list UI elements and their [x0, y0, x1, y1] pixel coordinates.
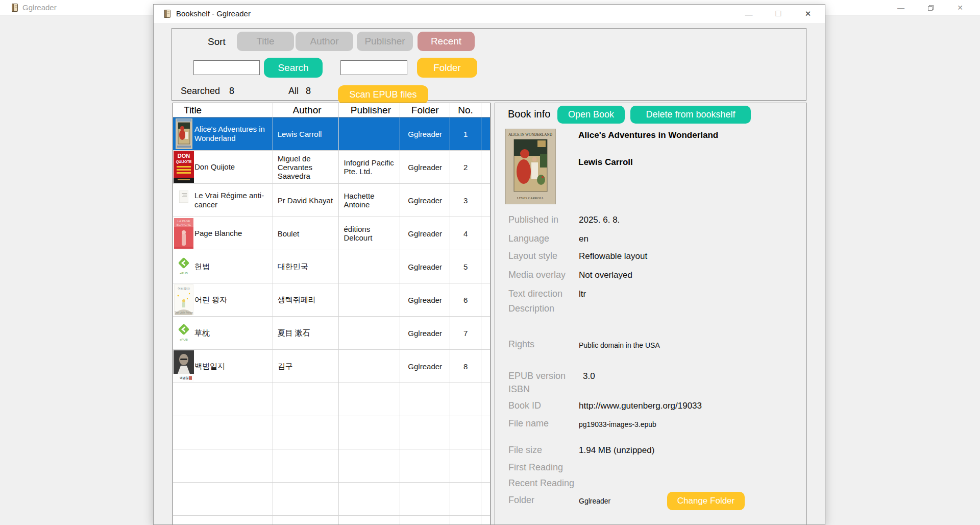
field-language: Languageen [508, 233, 794, 245]
cell-author: Pr David Khayat [273, 184, 339, 217]
dialog-title: Bookshelf - Gglreader [176, 9, 251, 18]
field-file-size: File size1.94 MB (unzipped) [508, 445, 794, 456]
table-row-empty[interactable] [173, 416, 490, 449]
cell-author: 대한민국 [273, 250, 339, 283]
field-file-name: File namepg19033-images-3.epub [508, 418, 794, 429]
cell-publisher: Infogrid Pacific Pte. Ltd. [339, 151, 400, 183]
cell-folder: Gglreader [400, 317, 450, 349]
table-row-empty[interactable] [173, 516, 490, 525]
dialog-minimize-icon[interactable]: — [734, 5, 764, 23]
change-folder-button[interactable]: Change Folder [667, 492, 745, 510]
cell-folder: Gglreader [400, 283, 450, 316]
dialog-titlebar[interactable]: Bookshelf - Gglreader — ☐ ✕ [154, 5, 825, 23]
search-button[interactable]: Search [264, 58, 323, 78]
cell-folder: Gglreader [400, 350, 450, 383]
cover-thumbnail-le-vrai-regime [173, 184, 194, 217]
sort-recent-button[interactable]: Recent [418, 32, 475, 51]
table-row[interactable]: 어린왕자The Little Prince 어린 왕자 생텍쥐페리 Gglrea… [173, 283, 490, 317]
svg-text:ePUB: ePUB [180, 338, 188, 341]
cell-no: 3 [450, 184, 481, 217]
book-info-header: Book info [508, 108, 550, 120]
field-layout-style: Layout styleReflowable layout [508, 251, 794, 262]
dialog-maximize-icon[interactable]: ☐ [764, 5, 793, 23]
book-cover-image: ALICE IN WONDERLAND LEWIS CARROLL [505, 129, 556, 204]
table-row[interactable]: 백범일지 백범일지 김구 Gglreader 8 [173, 350, 490, 383]
cell-spacer [481, 151, 490, 183]
searched-label: Searched [181, 86, 220, 97]
cell-title: 草枕 [194, 328, 212, 338]
search-input[interactable] [193, 60, 260, 75]
cell-author: Miguel de Cervantes Saavedra [273, 151, 339, 183]
column-header-no[interactable]: No. [450, 103, 481, 117]
cell-author: 생텍쥐페리 [273, 283, 339, 316]
table-row[interactable]: LA PAGEBLANCHE Page Blanche Boulet éditi… [173, 217, 490, 250]
book-info-author: Lewis Carroll [578, 157, 633, 168]
column-header-publisher[interactable]: Publisher [339, 103, 400, 117]
cell-publisher: Hachette Antoine [339, 184, 400, 217]
cell-author: Boulet [273, 217, 339, 250]
column-header-spacer [481, 103, 490, 117]
column-header-author[interactable]: Author [273, 103, 339, 117]
cell-folder: Gglreader [400, 250, 450, 283]
table-row-empty[interactable] [173, 483, 490, 516]
cell-author: Lewis Carroll [273, 117, 339, 150]
cover-thumbnail-page-blanche: LA PAGEBLANCHE [173, 217, 194, 250]
table-header: Title Author Publisher Folder No. [173, 103, 490, 117]
field-rights: RightsPublic domain in the USA [508, 339, 794, 350]
all-label: All [288, 86, 299, 97]
cell-title: Page Blanche [194, 229, 244, 238]
dialog-close-icon[interactable]: ✕ [793, 5, 823, 23]
cell-folder: Gglreader [400, 184, 450, 217]
cell-title: 어린 왕자 [194, 295, 229, 304]
cell-spacer [481, 350, 490, 383]
bg-minimize-icon[interactable]: — [886, 0, 916, 15]
svg-text:The Little Prince: The Little Prince [175, 311, 193, 314]
sort-label: Sort [208, 36, 226, 47]
cell-title: Alice's Adventures in Wonderland [194, 125, 273, 143]
table-row[interactable]: Le Vrai Régime anti-cancer Pr David Khay… [173, 184, 490, 217]
cell-spacer [481, 250, 490, 283]
cell-publisher [339, 283, 400, 316]
open-book-button[interactable]: Open Book [557, 106, 625, 124]
table-row[interactable]: ePUB 헌법 대한민국 Gglreader 5 [173, 250, 490, 283]
cover-thumbnail-alice [173, 117, 194, 150]
field-isbn: ISBN [508, 384, 794, 395]
background-window-title: Gglreader [22, 3, 57, 12]
folder-button[interactable]: Folder [417, 58, 477, 78]
svg-text:DON: DON [178, 153, 190, 159]
cell-spacer [481, 217, 490, 250]
sort-title-button[interactable]: Title [237, 32, 294, 51]
delete-from-bookshelf-button[interactable]: Delete from bookshelf [630, 106, 751, 124]
searched-count: 8 [229, 86, 234, 97]
bg-restore-icon[interactable] [916, 0, 945, 15]
app-book-icon [10, 3, 19, 12]
cell-title: Don Quijote [194, 162, 237, 172]
sort-author-button[interactable]: Author [296, 32, 353, 51]
controls-panel: Sort Title Author Publisher Recent Searc… [172, 28, 806, 101]
column-header-folder[interactable]: Folder [400, 103, 450, 117]
cover-thumbnail-don-quijote: DONQUIJOTE [173, 151, 194, 183]
svg-text:BLANCHE: BLANCHE [177, 223, 191, 226]
svg-text:LA PAGE: LA PAGE [178, 220, 190, 223]
folder-filter-input[interactable] [340, 60, 407, 75]
cell-no: 7 [450, 317, 481, 349]
all-count: 8 [306, 86, 311, 97]
svg-text:어린왕자: 어린왕자 [178, 287, 190, 290]
scan-epub-button[interactable]: Scan EPUB files [338, 85, 428, 104]
field-text-direction: Text directionltr [508, 289, 794, 300]
field-folder: FolderGglreader [508, 495, 794, 506]
table-row[interactable]: Alice's Adventures in Wonderland Lewis C… [173, 117, 490, 151]
bookshelf-dialog: Bookshelf - Gglreader — ☐ ✕ Sort Title A… [153, 4, 825, 525]
table-row[interactable]: ePUB 草枕 夏目 漱石 Gglreader 7 [173, 317, 490, 350]
table-row[interactable]: DONQUIJOTE Don Quijote Miguel de Cervant… [173, 151, 490, 184]
sort-publisher-button[interactable]: Publisher [357, 32, 413, 51]
cell-folder: Gglreader [400, 217, 450, 250]
bg-close-icon[interactable]: ✕ [945, 0, 975, 15]
table-row-empty[interactable] [173, 449, 490, 483]
column-header-title[interactable]: Title [173, 103, 273, 117]
table-row-empty[interactable] [173, 383, 490, 416]
field-media-overlay: Media overlayNot overlayed [508, 270, 794, 281]
book-info-panel: Book info Open Book Delete from bookshel… [495, 103, 807, 525]
field-first-reading: First Reading [508, 462, 794, 473]
cell-folder: Gglreader [400, 151, 450, 183]
